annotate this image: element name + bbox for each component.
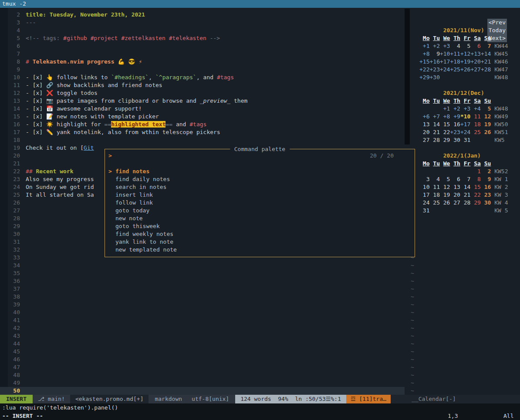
calendar-day[interactable]: 21 <box>460 192 470 198</box>
calendar-day[interactable]: 25 <box>470 129 480 135</box>
editor-line[interactable]: 15- [x] 📝 new notes with template picker <box>0 113 405 121</box>
calendar-day[interactable]: 23 <box>481 192 491 198</box>
calendar-day[interactable]: +21 <box>481 58 491 65</box>
calendar-day[interactable]: +7 <box>429 113 439 120</box>
editor-line[interactable]: 13- [x] 📷 paste images from clipboard or… <box>0 97 405 105</box>
calendar-day[interactable]: 6 <box>450 176 460 182</box>
calendar-day[interactable]: +3 <box>460 105 470 112</box>
calendar-day[interactable]: 9 <box>481 176 491 182</box>
calendar-day[interactable]: +23 <box>450 129 460 135</box>
calendar-day[interactable]: +1 <box>440 105 450 112</box>
palette-item[interactable]: new note <box>105 215 415 222</box>
calendar-day[interactable]: +3 <box>440 43 450 49</box>
calendar-day[interactable]: +18 <box>450 58 460 65</box>
calendar-day[interactable]: 20 <box>450 192 460 198</box>
calendar-day[interactable] <box>450 207 460 214</box>
calendar-day[interactable]: 30 <box>481 199 491 206</box>
calendar-day[interactable]: +28 <box>481 66 491 73</box>
calendar-day[interactable]: +23 <box>429 66 439 73</box>
editor-line[interactable]: 7 <box>0 50 405 58</box>
calendar-day[interactable]: 11 <box>470 113 480 120</box>
editor-line[interactable]: 48 <box>0 371 405 379</box>
calendar-day[interactable]: 28 <box>460 199 470 206</box>
scrollbar-thumb[interactable] <box>405 9 410 144</box>
calendar-day[interactable] <box>429 168 439 175</box>
calendar-day[interactable]: 2 <box>481 168 491 175</box>
editor-line[interactable]: 6 <box>0 42 405 50</box>
calendar-day[interactable]: 31 <box>460 137 470 143</box>
calendar-day[interactable]: +27 <box>470 66 480 73</box>
calendar-day[interactable]: +16 <box>429 58 439 65</box>
calendar-today-button[interactable]: Today <box>487 27 507 34</box>
calendar-day[interactable]: 16 <box>481 184 491 190</box>
calendar-day[interactable]: +17 <box>440 58 450 65</box>
calendar-day[interactable] <box>460 207 470 214</box>
calendar-day[interactable]: 1 <box>470 168 480 175</box>
calendar-day[interactable]: +6 <box>419 113 429 120</box>
calendar-day[interactable]: 29 <box>440 137 450 143</box>
editor-line[interactable]: 9 <box>0 66 405 74</box>
palette-item[interactable]: yank link to note <box>105 238 415 246</box>
editor-line[interactable]: 10- [x] 👆 follow links to `#headings`, `… <box>0 74 405 81</box>
calendar-day[interactable]: 27 <box>450 199 460 206</box>
calendar-day[interactable]: +1 <box>419 43 429 49</box>
calendar-day[interactable]: 14 <box>460 184 470 190</box>
editor-line[interactable]: 12- [x] ❌ toggle todos <box>0 89 405 97</box>
editor-line[interactable]: 17- [x] ✏️ yank notelink, also from wthi… <box>0 128 405 136</box>
palette-item[interactable]: goto thisweek <box>105 222 415 230</box>
calendar-day[interactable]: 8 <box>470 176 480 182</box>
editor-line[interactable]: 4 <box>0 27 405 34</box>
calendar-day[interactable]: 13 <box>419 121 429 128</box>
calendar-day[interactable] <box>419 168 429 175</box>
calendar-day[interactable] <box>450 74 460 81</box>
calendar-day[interactable]: +24 <box>440 66 450 73</box>
calendar-day[interactable]: 14 <box>429 121 439 128</box>
calendar-prev-button[interactable]: <Prev <box>487 19 507 27</box>
editor-line[interactable]: 3--- <box>0 19 405 27</box>
calendar-day[interactable]: 18 <box>470 121 480 128</box>
calendar-day[interactable] <box>460 74 470 81</box>
calendar-day[interactable]: 12 <box>481 113 491 120</box>
calendar-day[interactable]: +10 <box>440 50 450 57</box>
palette-item[interactable]: follow link <box>105 199 415 207</box>
calendar-day[interactable]: +30 <box>429 74 439 81</box>
calendar-window[interactable]: <Prev Today Next> 2021/11(Nov) Mo Tu We … <box>410 8 520 395</box>
calendar-day[interactable] <box>481 74 491 81</box>
editor-line[interactable]: 41 <box>0 316 405 324</box>
calendar-day[interactable]: +12 <box>460 50 470 57</box>
calendar-day[interactable] <box>440 207 450 214</box>
editor-line[interactable]: 2title: Tuesday, November 23th, 2021 <box>0 11 405 19</box>
calendar-day[interactable]: 3 <box>419 176 429 182</box>
editor-line[interactable]: 47 <box>0 363 405 371</box>
calendar-day[interactable]: +8 <box>440 113 450 120</box>
calendar-day[interactable]: 19 <box>481 121 491 128</box>
editor-line[interactable]: 37 <box>0 285 405 293</box>
calendar-day[interactable] <box>470 137 480 143</box>
calendar-day[interactable]: +20 <box>470 58 480 65</box>
calendar-day[interactable]: 6 <box>470 43 480 49</box>
calendar-day[interactable]: 13 <box>450 184 460 190</box>
calendar-day[interactable]: +17 <box>460 121 470 128</box>
editor-line[interactable]: 11- [x] 🔗 show backlinks and friend note… <box>0 81 405 89</box>
calendar-day[interactable] <box>419 105 429 112</box>
calendar-day[interactable]: 4 <box>429 176 439 182</box>
calendar-day[interactable]: 24 <box>419 199 429 206</box>
calendar-day[interactable] <box>440 168 450 175</box>
calendar-day[interactable]: 20 <box>419 129 429 135</box>
calendar-day[interactable]: 22 <box>440 129 450 135</box>
calendar-day[interactable]: +13 <box>470 50 480 57</box>
editor-line[interactable]: 35 <box>0 269 405 277</box>
palette-item[interactable]: >find notes <box>105 168 415 175</box>
calendar-day[interactable] <box>460 168 470 175</box>
calendar-day[interactable]: +15 <box>419 58 429 65</box>
calendar-day[interactable]: 15 <box>440 121 450 128</box>
calendar-day[interactable]: 5 <box>460 43 470 49</box>
calendar-day[interactable]: 28 <box>429 137 439 143</box>
calendar-day[interactable]: 12 <box>440 184 450 190</box>
editor-line[interactable]: 50 <box>0 387 405 395</box>
calendar-day[interactable] <box>481 207 491 214</box>
calendar-day[interactable]: 7 <box>460 176 470 182</box>
calendar-day[interactable] <box>429 207 439 214</box>
calendar-day[interactable]: 15 <box>470 184 480 190</box>
calendar-day[interactable] <box>470 74 480 81</box>
